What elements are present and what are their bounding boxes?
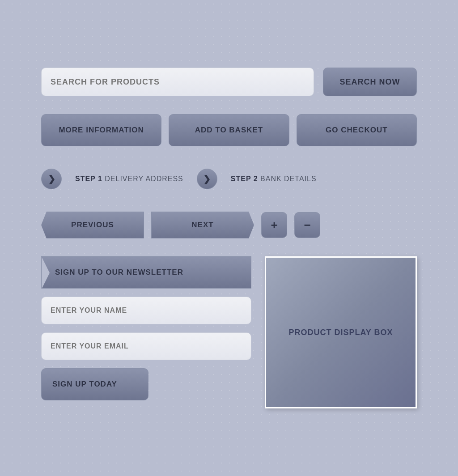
go-checkout-button[interactable]: GO CHECKOUT <box>297 114 417 146</box>
bottom-section: SIGN UP TO OUR NEWSLETTER SIGN UP TODAY … <box>41 256 417 408</box>
email-input[interactable] <box>41 332 251 360</box>
step1-circle[interactable]: ❯ <box>41 169 62 189</box>
newsletter-banner-label: SIGN UP TO OUR NEWSLETTER <box>55 268 183 277</box>
search-input[interactable] <box>41 68 314 96</box>
plus-button[interactable]: + <box>261 212 287 238</box>
previous-button[interactable]: PREVIOUS <box>41 212 144 238</box>
product-display-box: PRODUCT DISPLAY BOX <box>265 256 417 408</box>
product-display-label: PRODUCT DISPLAY BOX <box>288 328 393 337</box>
action-buttons-row: MORE INFORMATION ADD TO BASKET GO CHECKO… <box>41 114 417 146</box>
signup-button[interactable]: SIGN UP TODAY <box>41 368 148 400</box>
more-information-button[interactable]: MORE INFORMATION <box>41 114 161 146</box>
step2-label: STEP 2 BANK DETAILS <box>231 175 317 183</box>
newsletter-banner[interactable]: SIGN UP TO OUR NEWSLETTER <box>41 256 251 289</box>
main-container: SEARCH NOW MORE INFORMATION ADD TO BASKE… <box>32 50 426 426</box>
add-to-basket-button[interactable]: ADD TO BASKET <box>169 114 289 146</box>
navigation-row: PREVIOUS NEXT + − <box>41 212 417 238</box>
search-row: SEARCH NOW <box>41 68 417 96</box>
steps-row: ❯ STEP 1 DELIVERY ADDRESS ❯ STEP 2 BANK … <box>41 164 417 194</box>
step1-label: STEP 1 DELIVERY ADDRESS <box>75 175 183 183</box>
search-now-button[interactable]: SEARCH NOW <box>323 68 417 96</box>
next-button[interactable]: NEXT <box>151 212 254 238</box>
minus-button[interactable]: − <box>294 212 320 238</box>
left-column: SIGN UP TO OUR NEWSLETTER SIGN UP TODAY <box>41 256 251 400</box>
name-input[interactable] <box>41 297 251 324</box>
step2-circle[interactable]: ❯ <box>197 169 217 189</box>
